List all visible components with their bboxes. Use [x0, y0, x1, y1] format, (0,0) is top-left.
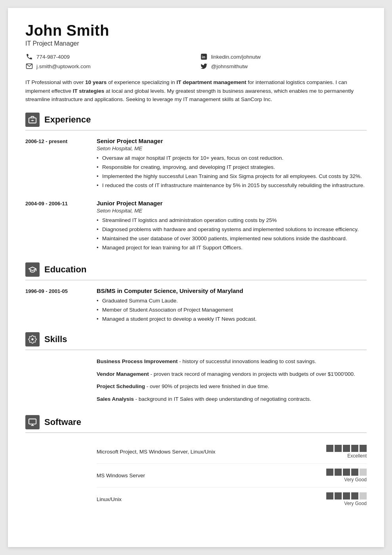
- exp-content-2: Junior Project Manager Seton Hospital, M…: [97, 200, 367, 253]
- software-name-1: MS Windows Server: [97, 473, 318, 478]
- exp-entry-2: 2004-09 - 2006-11 Junior Project Manager…: [25, 200, 367, 253]
- candidate-name: John Smith: [25, 22, 367, 39]
- svg-rect-7: [29, 419, 36, 424]
- exp-date-2: 2004-09 - 2006-11: [25, 200, 89, 253]
- skill-desc-2: - over 90% of projects led were finished…: [147, 383, 269, 389]
- edu-entry-1: 1996-09 - 2001-05 BS/MS in Computer Scie…: [25, 287, 367, 324]
- skills-grid: Business Process Improvement - history o…: [25, 357, 367, 407]
- skill-desc-3: - background in IT Sales with deep under…: [135, 396, 311, 402]
- bar-2-2: [343, 492, 350, 500]
- skill-item-1: Vendor Management - proven track record …: [97, 370, 367, 379]
- software-name-2: Linux/Unix: [97, 496, 318, 502]
- software-rating-2: Very Good: [326, 492, 367, 506]
- exp-bullet-1-0: Oversaw all major hospital IT projects f…: [97, 154, 367, 163]
- skill-desc-0: - history of successful innovations lead…: [179, 358, 316, 364]
- software-name-0: Microsoft Project, MS Windows Server, Li…: [97, 449, 318, 455]
- skills-right: Business Process Improvement - history o…: [97, 357, 367, 407]
- software-inner: Microsoft Project, MS Windows Server, Li…: [25, 440, 367, 511]
- education-section: Education 1996-09 - 2001-05 BS/MS in Com…: [25, 262, 367, 324]
- software-rating-0: Excellent: [326, 445, 367, 459]
- resume-container: John Smith IT Project Manager 774-987-40…: [8, 8, 384, 547]
- bar-1-0: [326, 469, 333, 476]
- bar-0-4: [360, 445, 367, 452]
- skills-header: Skills: [25, 332, 367, 350]
- skills-icon: [25, 332, 40, 346]
- education-title: Education: [44, 264, 86, 275]
- software-entry-2: Linux/Unix Very Good: [97, 488, 367, 511]
- bar-2-1: [335, 492, 342, 500]
- software-rating-1: Very Good: [326, 469, 367, 482]
- linkedin-contact: in linkedin.com/johnutw: [200, 53, 367, 61]
- skill-name-3: Sales Analysis: [97, 396, 134, 402]
- edu-content-1: BS/MS in Computer Science, University of…: [97, 287, 367, 324]
- exp-company-2: Seton Hospital, ME: [97, 208, 367, 214]
- rating-bars-2: [326, 492, 367, 500]
- candidate-title: IT Project Manager: [25, 40, 367, 47]
- linkedin-url: linkedin.com/johnutw: [211, 54, 261, 60]
- software-section: Software Microsoft Project, MS Windows S…: [25, 415, 367, 511]
- skills-section: Skills Business Process Improvement - hi…: [25, 332, 367, 407]
- bar-2-0: [326, 492, 333, 500]
- exp-content-1: Senior Project Manager Seton Hospital, M…: [97, 138, 367, 191]
- exp-bullet-2-2: Maintained the user database of over 300…: [97, 235, 367, 243]
- bar-2-3: [351, 492, 358, 500]
- exp-bullet-2-3: Managed project for lean training for al…: [97, 244, 367, 252]
- email-icon: [25, 62, 33, 70]
- svg-point-6: [31, 338, 34, 341]
- svg-text:in: in: [202, 55, 206, 59]
- skill-item-0: Business Process Improvement - history o…: [97, 357, 367, 366]
- software-left: [25, 440, 89, 511]
- email-contact: j.smith@uptowork.com: [25, 62, 192, 70]
- bar-0-3: [351, 445, 358, 452]
- exp-bullets-2: Streamlined IT logistics and administrat…: [97, 216, 367, 252]
- linkedin-icon: in: [200, 53, 208, 61]
- rating-label-1: Very Good: [344, 477, 367, 482]
- experience-title: Experience: [44, 115, 91, 125]
- skill-item-3: Sales Analysis - background in IT Sales …: [97, 395, 367, 404]
- skill-name-0: Business Process Improvement: [97, 358, 178, 364]
- skills-left: [25, 357, 89, 407]
- twitter-handle: @johnsmithutw: [211, 63, 248, 69]
- exp-company-1: Seton Hospital, ME: [97, 145, 367, 151]
- experience-header: Experience: [25, 113, 367, 130]
- bar-1-2: [343, 469, 350, 476]
- software-icon: [25, 415, 40, 429]
- twitter-contact: @johnsmithutw: [200, 62, 367, 70]
- edu-bullet-1-2: Managed a student project to develop a w…: [97, 315, 367, 323]
- exp-entry-1: 2006-12 - present Senior Project Manager…: [25, 138, 367, 191]
- bar-1-4: [360, 469, 367, 476]
- experience-section: Experience 2006-12 - present Senior Proj…: [25, 113, 367, 253]
- phone-number: 774-987-4009: [36, 54, 70, 60]
- skill-name-1: Vendor Management: [97, 371, 149, 377]
- software-title: Software: [44, 417, 81, 427]
- rating-bars-1: [326, 469, 367, 476]
- bar-0-1: [335, 445, 342, 452]
- summary-section: IT Professional with over 10 years of ex…: [25, 78, 367, 104]
- skill-desc-1: - proven track record of managing vendor…: [150, 371, 355, 377]
- edu-bullets-1: Graduated Summa Cum Laude. Member of Stu…: [97, 297, 367, 323]
- exp-bullet-1-1: Responsible for creating, improving, and…: [97, 163, 367, 172]
- twitter-icon: [200, 62, 208, 70]
- skill-item-2: Project Scheduling - over 90% of project…: [97, 382, 367, 391]
- edu-bullet-1-0: Graduated Summa Cum Laude.: [97, 297, 367, 305]
- header-section: John Smith IT Project Manager 774-987-40…: [25, 22, 367, 70]
- edu-bullet-1-1: Member of Student Association of Project…: [97, 306, 367, 314]
- bar-0-2: [343, 445, 350, 452]
- contact-grid: 774-987-4009 in linkedin.com/johnutw: [25, 53, 367, 70]
- exp-date-1: 2006-12 - present: [25, 138, 89, 191]
- exp-bullet-1-3: I reduced the costs of IT infrastructure…: [97, 182, 367, 190]
- exp-bullet-2-0: Streamlined IT logistics and administrat…: [97, 216, 367, 225]
- experience-icon: [25, 113, 40, 127]
- exp-bullets-1: Oversaw all major hospital IT projects f…: [97, 154, 367, 190]
- skill-name-2: Project Scheduling: [97, 383, 145, 389]
- bar-1-3: [351, 469, 358, 476]
- bar-1-1: [335, 469, 342, 476]
- email-address: j.smith@uptowork.com: [36, 63, 91, 69]
- education-icon: [25, 262, 40, 277]
- exp-jobtitle-1: Senior Project Manager: [97, 138, 367, 144]
- software-entry-0: Microsoft Project, MS Windows Server, Li…: [97, 440, 367, 464]
- bar-2-4: [360, 492, 367, 500]
- software-entry-1: MS Windows Server Very Good: [97, 464, 367, 488]
- software-right: Microsoft Project, MS Windows Server, Li…: [97, 440, 367, 511]
- exp-bullet-2-1: Diagnosed problems with hardware and ope…: [97, 226, 367, 234]
